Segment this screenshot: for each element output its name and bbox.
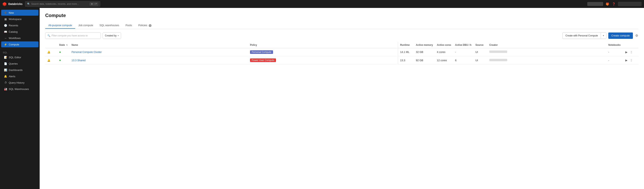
tab-all-purpose[interactable]: All-purpose compute — [45, 22, 75, 29]
row1-creator-redacted — [489, 50, 507, 53]
row1-cores: 4 cores — [435, 48, 453, 56]
col-creator-label: Creator — [489, 44, 498, 46]
row2-more-button[interactable]: ⋮ — [629, 58, 634, 62]
row2-actions: ▶ ⋮ — [622, 56, 638, 64]
sidebar-queries-label: Queries — [9, 62, 18, 65]
table-row: 🔔 ● Personal Compute Cluster Personal Co… — [45, 48, 638, 56]
sidebar-item-new[interactable]: ➕ New — [1, 10, 38, 16]
sidebar-workflows-label: Workflows — [9, 37, 20, 40]
filter-search-icon: 🔍 — [48, 34, 50, 37]
row1-dbu: - — [453, 48, 474, 56]
row1-notebooks: - — [606, 48, 622, 56]
sidebar-item-sql-editor[interactable]: 📝 SQL Editor — [1, 54, 38, 60]
row1-more-button[interactable]: ⋮ — [629, 50, 634, 54]
compute-icon: ⚡ — [4, 43, 7, 46]
row2-runtime: 13.3 — [398, 56, 414, 64]
row2-creator-redacted — [489, 59, 507, 61]
row1-start-button[interactable]: ▶ — [624, 50, 628, 54]
tab-sql-warehouses[interactable]: SQL warehouses — [96, 22, 122, 29]
row2-source: UI — [474, 56, 487, 64]
sql-section-label: SQL — [0, 50, 40, 54]
state-running-icon: ● — [59, 50, 61, 54]
tab-pools-label: Pools — [126, 24, 132, 27]
create-compute-button[interactable]: Create compute — [608, 32, 633, 39]
tab-policies[interactable]: Policies i — [135, 22, 154, 29]
sidebar-item-workspace[interactable]: ▦ Workspace — [1, 16, 38, 22]
global-search[interactable]: 🔍 Search data, notebooks, recents, and m… — [25, 1, 100, 7]
col-header-name[interactable]: Name — [70, 42, 248, 48]
col-header-policy[interactable]: Policy — [248, 42, 398, 48]
state-running-icon-2: ● — [59, 58, 61, 62]
gift-icon[interactable]: 🎁 — [605, 2, 610, 6]
compute-table: State ⇅ Name Policy Runtime Active memor… — [45, 42, 638, 65]
row2-policy-badge: Power User Compute — [250, 58, 276, 62]
col-name-label: Name — [72, 44, 78, 46]
col-header-runtime[interactable]: Runtime — [398, 42, 414, 48]
state-sort-icon: ⇅ — [66, 44, 68, 46]
help-icon[interactable]: ❓ — [612, 2, 616, 6]
col-header-memory[interactable]: Active memory — [414, 42, 435, 48]
row2-start-button[interactable]: ▶ — [624, 58, 628, 62]
table-header: State ⇅ Name Policy Runtime Active memor… — [45, 42, 638, 48]
col-header-dbu[interactable]: Active DBU / h — [453, 42, 474, 48]
row1-state: ● — [57, 48, 70, 56]
row2-cores: 12 cores — [435, 56, 453, 64]
row2-mute: 🔔 — [45, 56, 57, 64]
policies-info-icon[interactable]: i — [149, 24, 152, 27]
col-runtime-label: Runtime — [400, 44, 410, 46]
create-personal-split-arrow-button[interactable]: ▾ — [601, 32, 606, 39]
sidebar-workspace-label: Workspace — [9, 18, 22, 21]
row2-cluster-link[interactable]: 13.3 Shared — [72, 59, 86, 62]
row2-creator — [487, 56, 606, 64]
table-settings-gear-button[interactable]: ⚙ — [635, 33, 638, 38]
warehouse-icon: 🏭 — [4, 87, 7, 91]
sidebar-item-alerts[interactable]: 🔔 Alerts — [1, 73, 38, 79]
sidebar-item-queries[interactable]: 📄 Queries — [1, 61, 38, 67]
create-with-personal-split-button: Create with Personal Compute ▾ — [562, 32, 606, 39]
user-menu[interactable] — [618, 2, 642, 6]
search-icon: 🔍 — [27, 2, 30, 5]
create-with-personal-compute-button[interactable]: Create with Personal Compute — [562, 32, 600, 39]
clock-icon: 🕐 — [4, 24, 7, 27]
sidebar-item-catalog[interactable]: 📖 Catalog — [1, 29, 38, 35]
tab-pools[interactable]: Pools — [122, 22, 135, 29]
row2-name: 13.3 Shared — [70, 56, 248, 64]
sidebar-item-recents[interactable]: 🕐 Recents — [1, 22, 38, 28]
row1-cluster-link[interactable]: Personal Compute Cluster — [72, 50, 102, 53]
sidebar-item-sql-warehouses[interactable]: 🏭 SQL Warehouses — [1, 86, 38, 92]
sidebar-item-compute[interactable]: ⚡ Compute — [1, 41, 38, 47]
main-content: Compute All-purpose compute Job compute … — [40, 8, 644, 189]
filter-label: Created by — [105, 34, 116, 37]
search-shortcut: ⌘ + P — [90, 2, 98, 6]
sidebar-new-label: New — [9, 11, 14, 14]
created-by-dropdown[interactable]: Created by ▾ — [103, 32, 121, 39]
nav-right-area: 🎁 ❓ — [587, 2, 642, 6]
tab-job-compute[interactable]: Job compute — [75, 22, 96, 29]
col-header-state[interactable]: State ⇅ — [57, 42, 70, 48]
workspace-icon: ▦ — [4, 17, 7, 21]
dashboards-icon: 📊 — [4, 68, 7, 71]
col-source-label: Source — [476, 44, 484, 46]
sidebar-item-workflows[interactable]: ↔ Workflows — [1, 35, 38, 41]
col-header-source[interactable]: Source — [474, 42, 487, 48]
row2-policy: Power User Compute — [248, 56, 398, 64]
col-header-cores[interactable]: Active cores — [435, 42, 453, 48]
sidebar-item-query-history[interactable]: ⏱ Query History — [1, 80, 38, 86]
sidebar-item-dashboards[interactable]: 📊 Dashboards — [1, 67, 38, 73]
nav-avatar-placeholder — [587, 2, 603, 6]
top-navigation: Databricks 🔍 Search data, notebooks, rec… — [0, 0, 644, 8]
col-memory-label: Active memory — [416, 44, 433, 46]
tab-policies-label: Policies — [138, 24, 147, 27]
col-header-creator[interactable]: Creator — [487, 42, 606, 48]
compute-search-filter[interactable]: 🔍 Filter compute you have access to — [45, 32, 101, 39]
compute-toolbar: 🔍 Filter compute you have access to Crea… — [45, 32, 638, 39]
col-notebooks-label: Notebooks — [608, 44, 620, 46]
sidebar-dashboards-label: Dashboards — [9, 69, 22, 71]
row2-state: ● — [57, 56, 70, 64]
plus-icon: ➕ — [4, 11, 7, 14]
alerts-icon: 🔔 — [4, 75, 7, 78]
col-header-notebooks[interactable]: Notebooks — [606, 42, 622, 48]
logo[interactable]: Databricks — [2, 2, 22, 6]
row1-runtime: 14.1 ML — [398, 48, 414, 56]
workflows-icon: ↔ — [4, 36, 7, 40]
